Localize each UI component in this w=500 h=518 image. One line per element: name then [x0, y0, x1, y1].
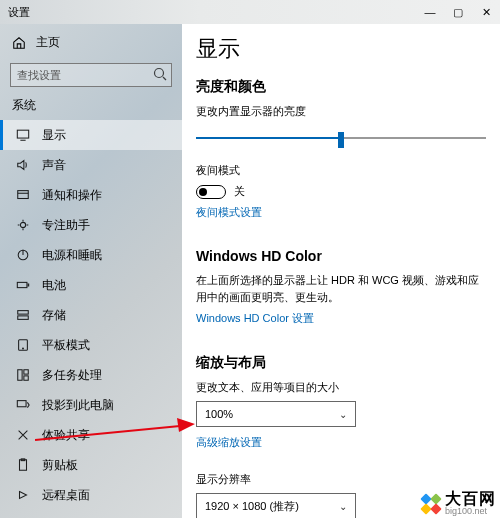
sidebar-item-shared[interactable]: 体验共享 — [0, 420, 182, 450]
svg-rect-6 — [18, 311, 29, 315]
window-title: 设置 — [0, 5, 30, 20]
svg-rect-5 — [17, 282, 27, 287]
nightlight-toggle[interactable] — [196, 185, 226, 199]
shared-icon — [16, 428, 30, 442]
scale-label: 更改文本、应用等项目的大小 — [196, 380, 486, 395]
sidebar-item-label: 显示 — [42, 127, 66, 144]
sidebar-home-label: 主页 — [36, 34, 60, 51]
svg-rect-10 — [18, 370, 22, 381]
sidebar-item-label: 电源和睡眠 — [42, 247, 102, 264]
sidebar-item-notifications[interactable]: 通知和操作 — [0, 180, 182, 210]
hdcolor-desc: 在上面所选择的显示器上让 HDR 和 WCG 视频、游戏和应用中的画面更明亮、更… — [196, 272, 486, 305]
sidebar-item-label: 存储 — [42, 307, 66, 324]
close-button[interactable]: ✕ — [472, 0, 500, 24]
sidebar-item-tablet[interactable]: 平板模式 — [0, 330, 182, 360]
resolution-label: 显示分辨率 — [196, 472, 486, 487]
sidebar-category: 系统 — [0, 97, 182, 120]
minimize-button[interactable]: — — [416, 0, 444, 24]
chevron-down-icon: ⌄ — [339, 501, 347, 512]
sound-icon — [16, 158, 30, 172]
scale-select[interactable]: 100% ⌄ — [196, 401, 356, 427]
clipboard-icon — [16, 458, 30, 472]
sidebar-item-projecting[interactable]: 投影到此电脑 — [0, 390, 182, 420]
sidebar-item-label: 声音 — [42, 157, 66, 174]
nightlight-label: 夜间模式 — [196, 163, 486, 178]
sidebar-item-battery[interactable]: 电池 — [0, 270, 182, 300]
sidebar-item-remote[interactable]: 远程桌面 — [0, 480, 182, 510]
hdcolor-link[interactable]: Windows HD Color 设置 — [196, 311, 314, 326]
projecting-icon — [16, 398, 30, 412]
monitor-icon — [16, 128, 30, 142]
svg-rect-12 — [24, 376, 28, 380]
sidebar-home[interactable]: 主页 — [0, 30, 182, 59]
maximize-button[interactable]: ▢ — [444, 0, 472, 24]
advanced-scale-link[interactable]: 高级缩放设置 — [196, 435, 262, 450]
home-icon — [12, 36, 26, 50]
sidebar-item-storage[interactable]: 存储 — [0, 300, 182, 330]
svg-rect-13 — [17, 401, 26, 407]
sidebar-item-label: 远程桌面 — [42, 487, 90, 504]
svg-rect-1 — [17, 130, 28, 138]
titlebar: 设置 — ▢ ✕ — [0, 0, 500, 24]
sidebar-item-label: 多任务处理 — [42, 367, 102, 384]
watermark-brand: 大百网 — [445, 491, 496, 507]
sidebar-item-label: 通知和操作 — [42, 187, 102, 204]
svg-point-0 — [155, 69, 164, 78]
sidebar-item-clipboard[interactable]: 剪贴板 — [0, 450, 182, 480]
svg-point-9 — [23, 348, 24, 349]
search-input[interactable] — [10, 63, 172, 87]
brightness-slider[interactable] — [196, 125, 486, 153]
sidebar-item-sound[interactable]: 声音 — [0, 150, 182, 180]
tablet-icon — [16, 338, 30, 352]
scale-heading: 缩放与布局 — [196, 354, 486, 372]
notifications-icon — [16, 188, 30, 202]
sidebar-item-power[interactable]: 电源和睡眠 — [0, 240, 182, 270]
watermark-url: big100.net — [445, 507, 496, 516]
sidebar-item-about[interactable]: 关于 — [0, 510, 182, 518]
sidebar-item-focus[interactable]: 专注助手 — [0, 210, 182, 240]
sidebar-item-label: 剪贴板 — [42, 457, 78, 474]
brightness-label: 更改内置显示器的亮度 — [196, 104, 486, 119]
sidebar-item-label: 平板模式 — [42, 337, 90, 354]
watermark-logo — [421, 494, 441, 514]
svg-rect-2 — [18, 191, 29, 199]
main-content: 显示 亮度和颜色 更改内置显示器的亮度 夜间模式 关 夜间模式设置 Window… — [182, 24, 500, 518]
sidebar-item-label: 投影到此电脑 — [42, 397, 114, 414]
svg-rect-11 — [24, 370, 28, 374]
svg-rect-14 — [20, 460, 27, 471]
sidebar-item-multitask[interactable]: 多任务处理 — [0, 360, 182, 390]
remote-icon — [16, 488, 30, 502]
nightlight-settings-link[interactable]: 夜间模式设置 — [196, 205, 262, 220]
sidebar-item-label: 体验共享 — [42, 427, 90, 444]
sidebar-item-label: 专注助手 — [42, 217, 90, 234]
battery-icon — [16, 278, 30, 292]
multitask-icon — [16, 368, 30, 382]
storage-icon — [16, 308, 30, 322]
focus-icon — [16, 218, 30, 232]
sidebar: 主页 系统 显示 声音 通知和操作 — [0, 24, 182, 518]
chevron-down-icon: ⌄ — [339, 409, 347, 420]
resolution-select[interactable]: 1920 × 1080 (推荐) ⌄ — [196, 493, 356, 518]
svg-point-3 — [20, 222, 25, 227]
power-icon — [16, 248, 30, 262]
slider-thumb[interactable] — [338, 132, 344, 148]
watermark: 大百网 big100.net — [421, 491, 496, 516]
nightlight-state: 关 — [234, 184, 245, 199]
hdcolor-heading: Windows HD Color — [196, 248, 486, 264]
svg-rect-7 — [18, 316, 29, 320]
brightness-heading: 亮度和颜色 — [196, 78, 486, 96]
page-title: 显示 — [196, 34, 486, 64]
sidebar-item-label: 电池 — [42, 277, 66, 294]
search-icon — [152, 66, 168, 82]
scale-value: 100% — [205, 408, 233, 420]
sidebar-nav: 显示 声音 通知和操作 专注助手 电源和睡眠 — [0, 120, 182, 518]
sidebar-item-display[interactable]: 显示 — [0, 120, 182, 150]
resolution-value: 1920 × 1080 (推荐) — [205, 499, 299, 514]
